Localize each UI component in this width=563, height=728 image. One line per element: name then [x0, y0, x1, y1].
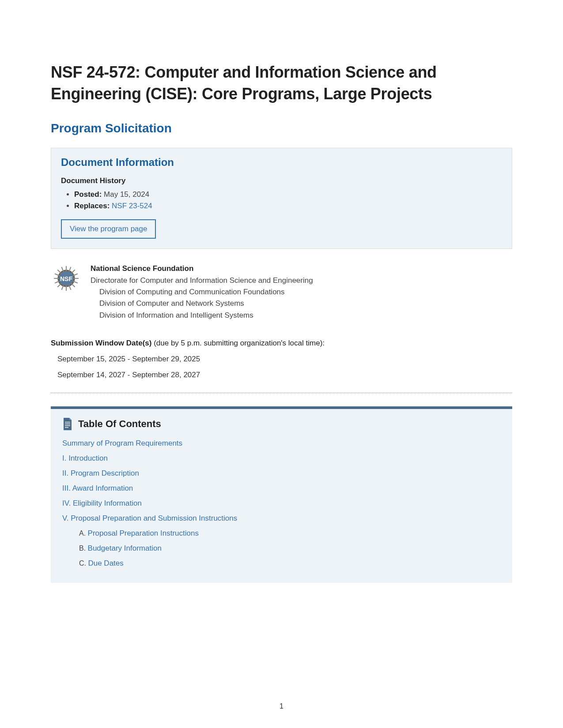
- toc-link-award-information[interactable]: III. Award Information: [62, 484, 133, 492]
- posted-item: Posted: May 15, 2024: [74, 189, 502, 200]
- toc-link-summary[interactable]: Summary of Program Requirements: [62, 439, 182, 447]
- svg-rect-12: [65, 424, 70, 424]
- toc-list: Summary of Program Requirements I. Intro…: [62, 439, 501, 568]
- program-solicitation-heading: Program Solicitation: [51, 121, 512, 135]
- svg-rect-14: [65, 427, 68, 428]
- page-content: NSF 24-572: Computer and Information Sci…: [0, 0, 563, 609]
- org-directorate: Directorate for Computer and Information…: [91, 275, 313, 286]
- org-division: Division of Computing and Communication …: [91, 286, 313, 298]
- org-name: National Science Foundation: [91, 264, 193, 273]
- nsf-logo-icon: NSF: [51, 263, 82, 294]
- toc-sub-prefix: B.: [79, 544, 86, 552]
- organization-text: National Science Foundation Directorate …: [91, 263, 313, 321]
- svg-rect-13: [65, 425, 70, 426]
- document-history-heading: Document History: [61, 176, 502, 185]
- replaces-link[interactable]: NSF 23-524: [112, 202, 152, 210]
- submission-note: (due by 5 p.m. submitting organization's…: [154, 339, 325, 347]
- document-history-list: Posted: May 15, 2024 Replaces: NSF 23-52…: [61, 189, 502, 211]
- toc-heading: Table Of Contents: [78, 418, 161, 430]
- toc-link-proposal-preparation[interactable]: V. Proposal Preparation and Submission I…: [62, 514, 237, 522]
- document-icon: [62, 418, 73, 430]
- toc-sublist: A. Proposal Preparation Instructions B. …: [62, 529, 501, 568]
- toc-sublink-proposal-instructions[interactable]: Proposal Preparation Instructions: [88, 529, 199, 537]
- replaces-item: Replaces: NSF 23-524: [74, 200, 502, 212]
- table-of-contents-box: Table Of Contents Summary of Program Req…: [51, 406, 512, 583]
- document-information-box: Document Information Document History Po…: [51, 148, 512, 249]
- submission-label-bold: Submission Window Date(s): [51, 339, 151, 347]
- toc-link-introduction[interactable]: I. Introduction: [62, 454, 108, 462]
- org-division: Division of Information and Intelligent …: [91, 310, 313, 321]
- replaces-label: Replaces:: [74, 202, 110, 210]
- posted-label: Posted:: [74, 190, 102, 199]
- toc-header: Table Of Contents: [62, 418, 501, 430]
- view-program-page-button[interactable]: View the program page: [61, 219, 156, 239]
- page-title: NSF 24-572: Computer and Information Sci…: [51, 62, 512, 105]
- toc-link-program-description[interactable]: II. Program Description: [62, 469, 139, 477]
- section-divider: [51, 393, 512, 393]
- toc-link-eligibility[interactable]: IV. Eligibility Information: [62, 499, 142, 507]
- toc-sub-prefix: C.: [79, 559, 86, 567]
- document-information-heading: Document Information: [61, 156, 502, 169]
- toc-sublink-budgetary[interactable]: Budgetary Information: [88, 544, 162, 552]
- posted-value: May 15, 2024: [104, 190, 149, 199]
- submission-dates: September 15, 2025 - September 29, 2025 …: [51, 355, 512, 379]
- toc-sub-prefix: A.: [79, 529, 86, 537]
- page-number: 1: [0, 702, 563, 710]
- submission-window: September 15, 2025 - September 29, 2025: [57, 355, 512, 364]
- submission-block: Submission Window Date(s) (due by 5 p.m.…: [51, 339, 512, 379]
- org-division: Division of Computer and Network Systems: [91, 298, 313, 309]
- svg-text:NSF: NSF: [60, 275, 72, 282]
- toc-sublink-due-dates[interactable]: Due Dates: [88, 559, 123, 567]
- submission-label: Submission Window Date(s) (due by 5 p.m.…: [51, 339, 512, 348]
- organization-block: NSF National Science Foundation Director…: [51, 263, 512, 321]
- submission-window: September 14, 2027 - September 28, 2027: [57, 371, 512, 379]
- svg-rect-11: [65, 422, 70, 423]
